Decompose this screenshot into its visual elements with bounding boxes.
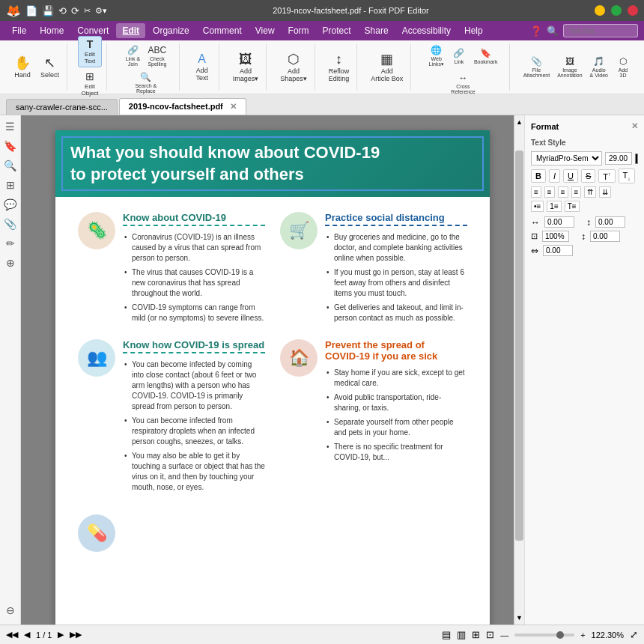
align-justify-button[interactable]: ≡ xyxy=(571,186,582,198)
close-button[interactable] xyxy=(628,5,638,16)
menu-home[interactable]: Home xyxy=(34,23,70,38)
quick-access-2[interactable]: 💾 xyxy=(42,5,54,16)
align-right-button[interactable]: ≡ xyxy=(558,186,568,198)
font-size-input[interactable] xyxy=(605,152,632,165)
align-center-button[interactable]: ≡ xyxy=(544,186,555,198)
sidebar-attachments-icon[interactable]: 📎 xyxy=(2,216,19,232)
edit-object-button[interactable]: ⊞ EditObject xyxy=(78,69,102,99)
quick-access-1[interactable]: 📄 xyxy=(25,5,37,16)
image-annotation-button[interactable]: 🖼 ImageAnnotation xyxy=(554,55,585,80)
menu-organize[interactable]: Organize xyxy=(147,23,195,38)
quick-access-4[interactable]: ⟳ xyxy=(71,5,79,16)
menu-edit[interactable]: Edit xyxy=(116,23,145,38)
file-attachment-button[interactable]: 📎 FileAttachment xyxy=(520,55,553,80)
scroll-down-icon[interactable]: ▼ xyxy=(516,614,523,622)
help-icon[interactable]: ❓ xyxy=(530,25,542,37)
check-spelling-button[interactable]: ABC CheckSpelling xyxy=(145,43,169,69)
prev-page-button[interactable]: ◀◀ xyxy=(6,630,18,640)
align-bottom-button[interactable]: ⇊ xyxy=(599,186,611,198)
search-icon[interactable]: 🔍 xyxy=(547,25,559,37)
add-text-button[interactable]: A AddText xyxy=(190,51,214,84)
subscript-button[interactable]: T↓ xyxy=(619,168,635,183)
menu-help[interactable]: Help xyxy=(458,23,489,38)
zoom-slider[interactable] xyxy=(514,634,574,637)
prev-button[interactable]: ◀ xyxy=(24,630,30,640)
menu-view[interactable]: View xyxy=(249,23,281,38)
quick-access-3[interactable]: ⟲ xyxy=(58,5,67,16)
hand-tool-button[interactable]: ✋ Hand xyxy=(10,54,34,81)
scroll-up-icon[interactable]: ▲ xyxy=(516,118,523,126)
pdf-bottom-partial: 💊 xyxy=(78,514,467,552)
tab-sany[interactable]: sany-crawler-crane-scc... xyxy=(6,99,118,115)
fit-page-icon[interactable]: ⤢ xyxy=(630,629,638,640)
indent-left-input[interactable] xyxy=(544,216,574,228)
sidebar-comments-icon[interactable]: 💬 xyxy=(2,196,19,213)
panel-close-icon[interactable]: ✕ xyxy=(631,121,638,131)
web-links-button[interactable]: 🌐 WebLinks▾ xyxy=(426,43,447,70)
view-grid-icon[interactable]: ⊞ xyxy=(472,629,480,640)
superscript-button[interactable]: T↑ xyxy=(598,169,615,183)
align-top-button[interactable]: ⇈ xyxy=(584,186,596,198)
menu-share[interactable]: Share xyxy=(359,23,395,38)
font-color-box[interactable] xyxy=(635,154,638,164)
zoom-in-icon[interactable]: + xyxy=(580,631,585,640)
sidebar-collapse-icon[interactable]: ⊖ xyxy=(2,602,19,619)
scrollbar-vertical[interactable]: ▲ ▼ xyxy=(514,115,524,625)
bookmark-button[interactable]: 🔖 Bookmark xyxy=(471,46,501,67)
indent-right-input[interactable] xyxy=(595,216,625,228)
sidebar-bookmark-icon[interactable]: 🔖 xyxy=(2,138,19,154)
align-left-button[interactable]: ≡ xyxy=(531,186,541,198)
link-join-button[interactable]: 🔗 Link &Join xyxy=(122,43,143,69)
sidebar-layers-icon[interactable]: ⊕ xyxy=(2,255,19,271)
search-replace-button[interactable]: 🔍 Search &Replace xyxy=(132,70,160,96)
text-indent-button[interactable]: T≡ xyxy=(565,201,580,212)
view-single-icon[interactable]: ▤ xyxy=(442,629,451,640)
select-tool-button[interactable]: ↖ Select xyxy=(37,54,62,81)
underline-button[interactable]: U xyxy=(563,169,578,183)
search-input[interactable] xyxy=(563,24,638,37)
add-3d-button[interactable]: ⬡ Add3D xyxy=(613,55,634,80)
char-spacing-input[interactable] xyxy=(543,245,573,256)
next-page-button[interactable]: ▶▶ xyxy=(70,630,82,640)
tab-ncov[interactable]: 2019-ncov-factsheet.pdf ✕ xyxy=(119,98,246,115)
strikethrough-button[interactable]: S xyxy=(581,169,595,183)
menu-protect[interactable]: Protect xyxy=(317,23,357,38)
reflow-editing-button[interactable]: ↕ ReflowEditing xyxy=(326,50,353,85)
audio-video-button[interactable]: 🎵 Audio& Video xyxy=(587,55,611,80)
add-article-box-button[interactable]: ▦ AddArticle Box xyxy=(368,50,406,85)
menu-form[interactable]: Form xyxy=(282,23,315,38)
maximize-button[interactable] xyxy=(611,5,622,16)
add-shapes-button[interactable]: ⬡ AddShapes▾ xyxy=(277,50,310,85)
view-double-icon[interactable]: ▥ xyxy=(457,629,466,640)
bold-button[interactable]: B xyxy=(531,169,546,183)
line-spacing-input[interactable] xyxy=(590,231,620,242)
italic-button[interactable]: I xyxy=(549,169,560,183)
section-prevent-text: Prevent the spread ofCOVID-19 if you are… xyxy=(325,339,467,467)
view-fit-icon[interactable]: ⊡ xyxy=(486,629,494,640)
link2-icon: 🔗 xyxy=(453,49,464,58)
menu-file[interactable]: File xyxy=(6,23,32,38)
minimize-button[interactable] xyxy=(595,5,605,16)
numbered-list-button[interactable]: 1≡ xyxy=(547,201,561,212)
sidebar-pages-icon[interactable]: ⊞ xyxy=(2,177,19,193)
pdf-content[interactable]: What you should know about COVID-19to pr… xyxy=(21,115,524,625)
tab-close-icon[interactable]: ✕ xyxy=(230,102,237,111)
menu-accessibility[interactable]: Accessibility xyxy=(396,23,457,38)
zoom-out-icon[interactable]: — xyxy=(500,631,508,640)
scroll-thumb[interactable] xyxy=(515,151,523,541)
link-button[interactable]: 🔗 Link xyxy=(449,46,470,67)
bullet-list-button[interactable]: •≡ xyxy=(531,201,544,212)
sidebar-search-icon[interactable]: 🔍 xyxy=(2,157,19,174)
edit-text-button[interactable]: T EditText xyxy=(78,36,102,67)
sidebar-signatures-icon[interactable]: ✏ xyxy=(2,235,19,252)
quick-access-5[interactable]: ✂ xyxy=(84,6,91,16)
customize-icon[interactable]: ⚙▾ xyxy=(95,6,107,16)
add-images-button[interactable]: 🖼 AddImages▾ xyxy=(230,50,262,85)
menu-comment[interactable]: Comment xyxy=(197,23,248,38)
font-family-select[interactable]: MyriadPro-SemiboldC xyxy=(531,151,602,165)
next-button[interactable]: ▶ xyxy=(58,630,64,640)
sidebar-navigation-icon[interactable]: ☰ xyxy=(2,118,19,135)
cross-reference-button[interactable]: ↔ CrossReference xyxy=(448,71,478,97)
indent-section: ↔ ↕ ⊡ ↕ ⇔ xyxy=(531,216,638,256)
scale-input[interactable] xyxy=(542,231,569,242)
